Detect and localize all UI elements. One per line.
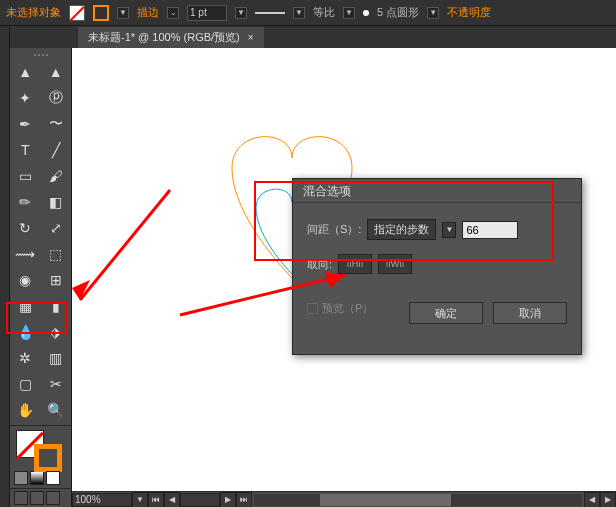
gradient-tool[interactable]: ▮ — [41, 293, 72, 319]
nav-prev-icon[interactable]: ◀ — [164, 492, 180, 508]
preview-checkbox[interactable]: 预览（P） — [307, 301, 373, 316]
toolbox-separator-2 — [10, 488, 71, 489]
paintbrush-tool[interactable]: 🖌 — [41, 163, 72, 189]
color-mode-gradient[interactable] — [30, 471, 44, 485]
stroke-profile-preview[interactable] — [255, 12, 285, 14]
spacing-mode-value: 指定的步数 — [374, 222, 429, 237]
fill-swatch-none[interactable] — [69, 5, 85, 21]
tab-title: 未标题-1* @ 100% (RGB/预览) — [88, 30, 240, 45]
opacity-label: 不透明度 — [447, 5, 491, 20]
draw-mode-normal[interactable] — [14, 491, 28, 505]
preview-label: 预览（P） — [322, 301, 373, 316]
stroke-weight-dropdown-icon[interactable]: ▼ — [235, 7, 247, 19]
stroke-label: 描边 — [137, 5, 159, 20]
curvature-tool[interactable]: 〜 — [41, 111, 72, 137]
draw-mode-behind[interactable] — [30, 491, 44, 505]
stroke-weight-input[interactable] — [187, 5, 227, 21]
spacing-mode-select[interactable]: 指定的步数 — [367, 219, 436, 240]
swatch-dropdown-icon[interactable]: ▼ — [117, 7, 129, 19]
stroke-profile-dropdown-icon[interactable]: ▼ — [293, 7, 305, 19]
zoom-tool[interactable]: 🔍 — [41, 397, 72, 423]
panel-dock-left — [0, 26, 10, 507]
nav-next-icon[interactable]: ▶ — [220, 492, 236, 508]
line-tool[interactable]: ╱ — [41, 137, 72, 163]
nav-first-icon[interactable]: ⏮ — [148, 492, 164, 508]
artboard-nav-select[interactable] — [180, 493, 220, 507]
eyedropper-tool[interactable]: 💧 — [10, 319, 41, 345]
horizontal-scrollbar: 100% ▼ ⏮ ◀ ▶ ⏭ ◀ ▶ — [72, 491, 616, 507]
stroke-swatch-big[interactable] — [34, 444, 62, 472]
perspective-tool[interactable]: ⊞ — [41, 267, 72, 293]
stroke-swatch[interactable] — [93, 5, 109, 21]
shape-builder-tool[interactable]: ◉ — [10, 267, 41, 293]
ok-button[interactable]: 确定 — [409, 302, 483, 324]
artboard-tool[interactable]: ▢ — [10, 371, 41, 397]
brush-value: 5 点圆形 — [377, 5, 419, 20]
screen-mode-row — [10, 491, 71, 507]
direct-selection-tool[interactable]: ▲ — [41, 59, 72, 85]
spacing-mode-dropdown-icon[interactable]: ▼ — [442, 222, 456, 238]
cancel-button[interactable]: 取消 — [493, 302, 567, 324]
stroke-link-icon[interactable]: ⌄ — [167, 7, 179, 19]
symbol-sprayer-tool[interactable]: ✲ — [10, 345, 41, 371]
lasso-tool[interactable]: ⓟ — [41, 85, 72, 111]
rectangle-tool[interactable]: ▭ — [10, 163, 41, 189]
orientation-label: 取向: — [307, 257, 332, 272]
rotate-tool[interactable]: ↻ — [10, 215, 41, 241]
tab-close-icon[interactable]: × — [248, 32, 254, 43]
orientation-align-path[interactable]: ııWıı — [378, 254, 412, 274]
free-transform-tool[interactable]: ⬚ — [41, 241, 72, 267]
checkbox-box-icon — [307, 303, 318, 314]
scrollbar-track[interactable] — [254, 494, 582, 506]
slice-tool[interactable]: ✂ — [41, 371, 72, 397]
scrollbar-thumb[interactable] — [320, 494, 451, 506]
brush-dot-icon — [363, 10, 369, 16]
nav-last-icon[interactable]: ⏭ — [236, 492, 252, 508]
scroll-right-icon[interactable]: ▶ — [600, 492, 616, 508]
blend-tool[interactable]: ⬗ — [41, 319, 72, 345]
spacing-row: 间距（S）: 指定的步数 ▼ — [307, 219, 567, 240]
scroll-left-icon[interactable]: ◀ — [584, 492, 600, 508]
dialog-title: 混合选项 — [293, 179, 581, 203]
pen-tool[interactable]: ✒ — [10, 111, 41, 137]
column-graph-tool[interactable]: ▥ — [41, 345, 72, 371]
spacing-value-input[interactable] — [462, 221, 518, 239]
brush-dropdown-icon[interactable]: ▼ — [427, 7, 439, 19]
toolbox-separator — [10, 425, 71, 426]
magic-wand-tool[interactable]: ✦ — [10, 85, 41, 111]
document-tabbar: 未标题-1* @ 100% (RGB/预览) × — [0, 26, 616, 48]
draw-mode-inside[interactable] — [46, 491, 60, 505]
blend-options-dialog: 混合选项 间距（S）: 指定的步数 ▼ 取向: ııHıı ııWıı 预览（P… — [292, 178, 582, 355]
document-tab[interactable]: 未标题-1* @ 100% (RGB/预览) × — [78, 27, 264, 48]
selection-tool[interactable]: ▲ — [10, 59, 41, 85]
spacing-label: 间距（S）: — [307, 222, 361, 237]
proportion-label: 等比 — [313, 5, 335, 20]
eraser-tool[interactable]: ◧ — [41, 189, 72, 215]
orientation-align-page[interactable]: ııHıı — [338, 254, 372, 274]
hand-tool[interactable]: ✋ — [10, 397, 41, 423]
scale-tool[interactable]: ⤢ — [41, 215, 72, 241]
color-mode-row — [10, 471, 71, 487]
selection-status: 未选择对象 — [6, 5, 61, 20]
width-tool[interactable]: ⟿ — [10, 241, 41, 267]
zoom-select[interactable]: 100% — [72, 493, 132, 507]
mesh-tool[interactable]: ▦ — [10, 293, 41, 319]
type-tool[interactable]: T — [10, 137, 41, 163]
toolbox-grip[interactable] — [10, 52, 71, 59]
zoom-dropdown-icon[interactable]: ▼ — [132, 492, 148, 508]
fill-stroke-swatches[interactable] — [10, 428, 71, 471]
color-mode-solid[interactable] — [14, 471, 28, 485]
pencil-tool[interactable]: ✏ — [10, 189, 41, 215]
options-bar: 未选择对象 ▼ 描边 ⌄ ▼ ▼ 等比 ▼ 5 点圆形 ▼ 不透明度 — [0, 0, 616, 26]
proportion-dropdown-icon[interactable]: ▼ — [343, 7, 355, 19]
orientation-row: 取向: ııHıı ııWıı — [307, 254, 567, 274]
color-mode-none[interactable] — [46, 471, 60, 485]
toolbox: ▲ ▲ ✦ ⓟ ✒ 〜 T ╱ ▭ 🖌 ✏ ◧ ↻ ⤢ ⟿ ⬚ ◉ ⊞ ▦ ▮ … — [10, 48, 72, 507]
